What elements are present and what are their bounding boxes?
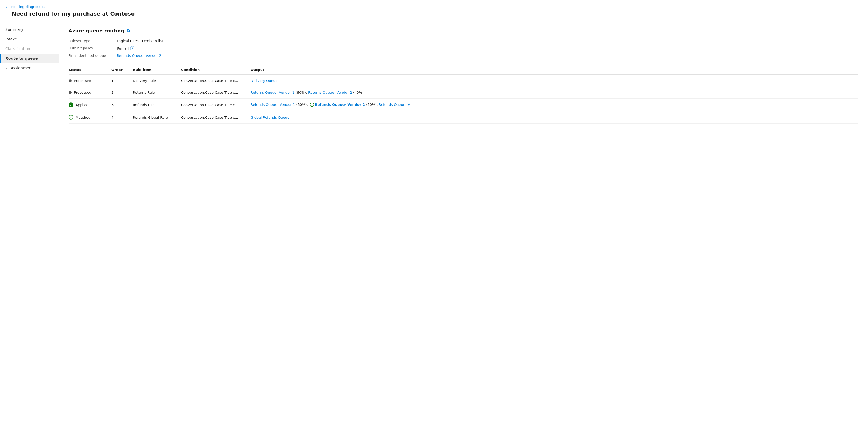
rule-item-cell: Refunds rule [133,98,181,111]
order-cell: 2 [112,87,133,98]
breadcrumb[interactable]: Routing diagnostics [11,5,45,9]
routing-table: Status Order Rule item Condition Output [68,65,858,124]
sidebar-item-classification: Classification [0,44,59,54]
col-header-order: Order [112,65,133,75]
chevron-down-icon: ∨ [5,66,7,70]
output-link[interactable]: Refunds Queue- Vendor 1 [251,102,295,107]
order-cell: 4 [112,111,133,124]
sidebar-item-label: Classification [5,47,30,51]
col-header-rule-item: Rule item [133,65,181,75]
content-area: Azure queue routing ⧉ Ruleset type Logic… [59,20,868,424]
order-cell: 3 [112,98,133,111]
sidebar-item-summary[interactable]: Summary [0,25,59,34]
sidebar-item-label: Route to queue [5,56,38,61]
status-label: Applied [75,103,89,107]
status-label: Matched [75,116,91,119]
status-check-icon: ✓ [68,115,73,120]
status-label: Processed [74,79,92,83]
table-row: Processed 2 Returns Rule Conversation.Ca… [68,87,858,98]
col-header-condition: Condition [181,65,251,75]
ruleset-type-value: Logical rules - Decision list [117,39,858,43]
main-layout: Summary Intake Classification Route to q… [0,20,868,424]
table-header-row: Status Order Rule item Condition Output [68,65,858,75]
output-link[interactable]: Returns Queue- Vendor 2 [308,91,352,95]
table-row: Processed 1 Delivery Rule Conversation.C… [68,75,858,87]
status-label: Processed [74,91,92,95]
final-queue-value[interactable]: Refunds Queue- Vendor 2 [117,54,858,58]
status-check-filled-icon: ✓ [68,102,73,107]
rule-hit-policy-label: Rule hit policy [68,46,117,50]
condition-cell: Conversation.Case.Case Title c... [181,111,251,124]
output-cell: Global Refunds Queue [251,111,858,124]
status-cell: ✓ Applied [68,98,112,111]
output-cell: Delivery Queue [251,75,858,87]
sidebar-item-label: Summary [5,27,24,32]
rule-hit-policy-value: Run all i [117,46,858,50]
status-cell: Processed [68,75,112,87]
info-icon[interactable]: i [130,46,134,50]
col-header-output: Output [251,65,858,75]
rule-item-cell: Refunds Global Rule [133,111,181,124]
header: ← Routing diagnostics Need refund for my… [0,0,868,20]
condition-cell: Conversation.Case.Case Title c... [181,87,251,98]
sidebar: Summary Intake Classification Route to q… [0,20,59,424]
order-cell: 1 [112,75,133,87]
table-row: ✓ Applied 3 Refunds rule Conversation.Ca… [68,98,858,111]
output-cell: Returns Queue- Vendor 1 (60%), Returns Q… [251,87,858,98]
sidebar-item-route-to-queue[interactable]: Route to queue [0,54,59,63]
sidebar-item-assignment[interactable]: ∨ Assignment [0,63,59,73]
info-grid: Ruleset type Logical rules - Decision li… [68,39,858,58]
sidebar-item-label: Assignment [11,66,33,70]
rule-item-cell: Delivery Rule [133,75,181,87]
output-link[interactable]: Global Refunds Queue [251,116,289,119]
output-link[interactable]: Refunds Queue- Vendor 2 [315,102,365,107]
condition-cell: Conversation.Case.Case Title c... [181,98,251,111]
col-header-status: Status [68,65,112,75]
app-container: ← Routing diagnostics Need refund for my… [0,0,868,424]
status-dot-icon [68,79,72,83]
page-title: Need refund for my purchase at Contoso [5,10,863,17]
output-link[interactable]: Returns Queue- Vendor 1 [251,91,294,95]
section-title: Azure queue routing ⧉ [68,28,858,33]
output-cell: Refunds Queue- Vendor 1 (50%), ✓Refunds … [251,98,858,111]
rule-item-cell: Returns Rule [133,87,181,98]
back-button[interactable]: ← [5,4,9,9]
output-link[interactable]: Delivery Queue [251,79,278,83]
sidebar-item-intake[interactable]: Intake [0,34,59,44]
ruleset-type-label: Ruleset type [68,39,117,43]
breadcrumb-row: ← Routing diagnostics [5,4,863,9]
sidebar-item-label: Intake [5,37,17,41]
table-row: ✓ Matched 4 Refunds Global Rule Conversa… [68,111,858,124]
external-link-icon[interactable]: ⧉ [127,28,130,33]
condition-cell: Conversation.Case.Case Title c... [181,75,251,87]
inline-check-icon: ✓ [310,102,314,107]
output-link[interactable]: Refunds Queue- V [379,102,410,107]
status-cell: ✓ Matched [68,111,112,124]
status-dot-icon [68,91,72,94]
status-cell: Processed [68,87,112,98]
final-queue-label: Final identified queue [68,54,117,58]
